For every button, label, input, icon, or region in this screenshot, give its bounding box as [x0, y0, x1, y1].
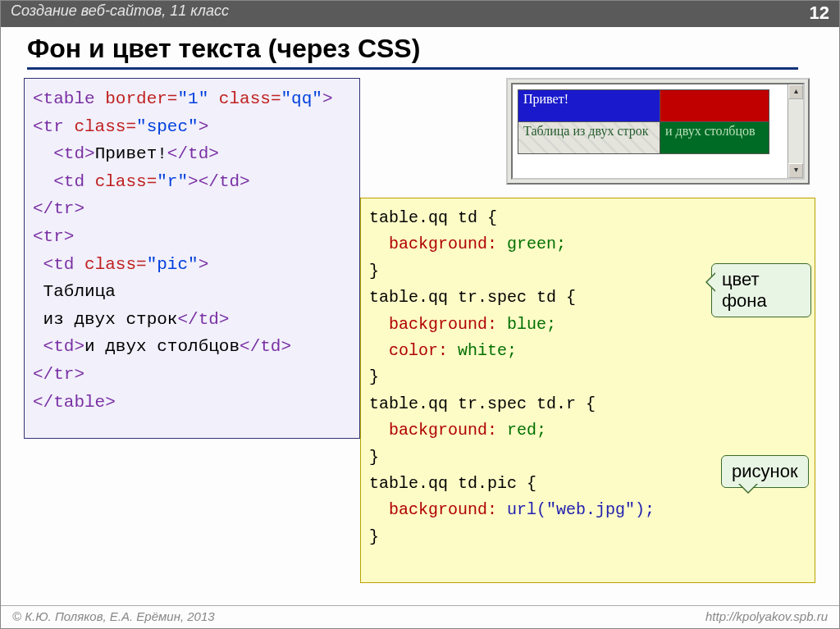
demo-cell — [660, 90, 769, 122]
slide: Создание веб-сайтов, 11 класс 12 Фон и ц… — [0, 0, 840, 629]
scroll-up-icon[interactable]: ▴ — [788, 84, 803, 99]
top-bar: Создание веб-сайтов, 11 класс 12 — [1, 1, 839, 27]
html-code-block: <table border="1" class="qq"> <tr class=… — [24, 78, 360, 439]
callout-picture: рисунок — [721, 455, 809, 488]
scroll-down-icon[interactable]: ▾ — [788, 163, 803, 178]
css-code-block: table.qq td { background: green; } table… — [360, 198, 815, 583]
footer: © К.Ю. Поляков, Е.А. Ерёмин, 2013 http:/… — [1, 605, 839, 628]
footer-link: http://kpolyakov.spb.ru — [705, 609, 828, 623]
page-number: 12 — [810, 2, 829, 24]
demo-window: Привет! Таблица из двух строк и двух сто… — [506, 78, 810, 185]
demo-table: Привет! Таблица из двух строк и двух сто… — [518, 89, 769, 154]
demo-cell: Таблица из двух строк — [518, 122, 660, 154]
demo-cell: Привет! — [518, 90, 660, 122]
callout-bg-color: цвет фона — [711, 263, 811, 317]
content-area: <table border="1" class="qq"> <tr class=… — [24, 78, 811, 586]
footer-copyright: © К.Ю. Поляков, Е.А. Ерёмин, 2013 — [12, 609, 215, 623]
slide-title: Фон и цвет текста (через CSS) — [27, 34, 798, 70]
scrollbar[interactable]: ▴ ▾ — [788, 84, 803, 178]
course-name: Создание веб-сайтов, 11 класс — [11, 2, 229, 24]
demo-cell: и двух столбцов — [660, 122, 769, 154]
